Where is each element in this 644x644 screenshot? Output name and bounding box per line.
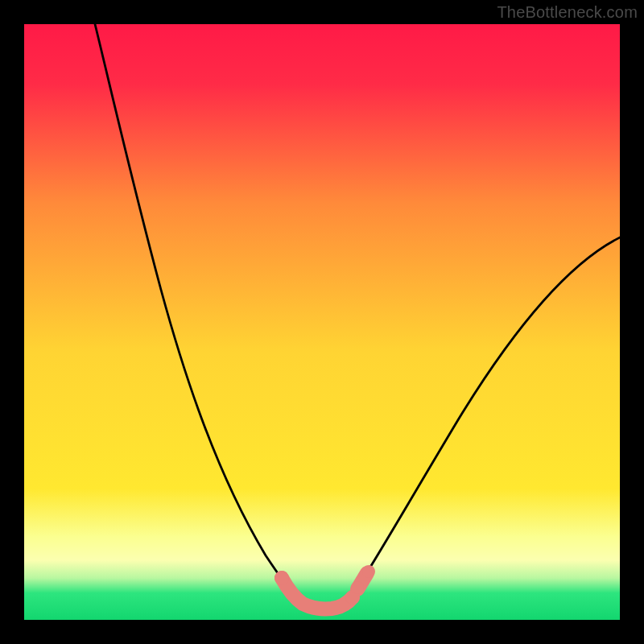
watermark-text: TheBottleneck.com	[497, 3, 638, 22]
chart-frame: TheBottleneck.com	[0, 0, 644, 644]
floor-marker-dot-left	[275, 571, 289, 585]
gradient-background	[24, 24, 620, 620]
floor-marker-dot-gap-lo	[351, 581, 364, 594]
floor-marker-dot-right	[362, 565, 375, 578]
chart-plot	[24, 24, 620, 620]
